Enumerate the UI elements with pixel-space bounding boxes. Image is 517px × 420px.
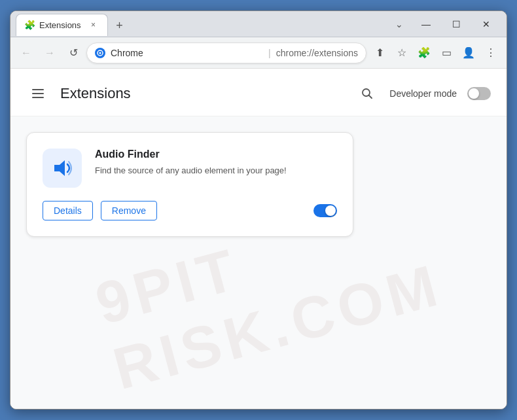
page-title: Extensions [60, 85, 131, 102]
back-button[interactable]: ← [16, 43, 37, 63]
page-content: 9PITRISK.COM Extensions Developer mode [10, 69, 507, 409]
extension-enabled-toggle[interactable] [313, 204, 337, 217]
site-favicon [95, 48, 105, 58]
svg-marker-4 [54, 160, 65, 176]
developer-mode-label: Developer mode [389, 88, 457, 99]
extensions-toolbar-button[interactable]: 🧩 [414, 43, 435, 63]
title-bar-right-controls: ⌄ [390, 15, 411, 33]
svg-point-1 [99, 52, 101, 54]
extension-description: Find the source of any audio element in … [95, 164, 337, 177]
extensions-header: Extensions Developer mode [10, 69, 507, 116]
close-button[interactable]: ✕ [471, 14, 501, 35]
reload-button[interactable]: ↺ [63, 43, 84, 63]
extension-toggle-knob [325, 205, 336, 216]
toolbar-actions: ⬆ ☆ 🧩 ▭ 👤 ⋮ [369, 43, 501, 63]
url-divider: | [268, 48, 271, 58]
active-tab: 🧩 Extensions × [16, 14, 108, 36]
profile-button[interactable]: 👤 [458, 43, 479, 63]
developer-mode-toggle[interactable] [467, 87, 491, 100]
extension-bottom-section: Details Remove [43, 201, 337, 220]
tab-title: Extensions [39, 20, 81, 30]
hamburger-menu-button[interactable] [26, 82, 50, 105]
extension-info: Audio Finder Find the source of any audi… [95, 149, 337, 177]
share-button[interactable]: ⬆ [369, 43, 390, 63]
tab-bar: 🧩 Extensions × + [16, 13, 390, 35]
minimize-button[interactable]: — [411, 14, 441, 35]
hamburger-line-1 [32, 89, 44, 90]
title-bar: 🧩 Extensions × + ⌄ — ☐ ✕ [10, 11, 507, 37]
extension-name: Audio Finder [95, 149, 337, 160]
hamburger-line-3 [32, 97, 44, 98]
details-button[interactable]: Details [43, 201, 93, 220]
chrome-menu-button[interactable]: ⋮ [480, 43, 501, 63]
hamburger-line-2 [32, 93, 44, 94]
remove-button[interactable]: Remove [101, 201, 157, 220]
url-bar[interactable]: Chrome | chrome://extensions [86, 43, 366, 63]
svg-line-3 [369, 96, 372, 99]
browser-window: 🧩 Extensions × + ⌄ — ☐ ✕ ← → ↺ Ch [10, 10, 507, 410]
chevron-down-button[interactable]: ⌄ [390, 15, 408, 33]
toggle-knob [469, 88, 479, 99]
search-button[interactable] [355, 82, 379, 105]
maximize-button[interactable]: ☐ [441, 14, 471, 35]
url-path: chrome://extensions [276, 48, 358, 58]
new-tab-button[interactable]: + [111, 17, 129, 35]
tab-close-button[interactable]: × [88, 19, 99, 31]
address-bar: ← → ↺ Chrome | chrome://extensions ⬆ ☆ 🧩… [10, 37, 507, 69]
extensions-list: Audio Finder Find the source of any audi… [10, 116, 507, 253]
url-site-name: Chrome [111, 48, 263, 58]
forward-button[interactable]: → [39, 43, 60, 63]
extension-card: Audio Finder Find the source of any audi… [26, 132, 353, 237]
tab-extension-icon: 🧩 [24, 20, 35, 30]
bookmark-button[interactable]: ☆ [391, 43, 412, 63]
window-controls: — ☐ ✕ [411, 14, 501, 35]
header-right: Developer mode [355, 82, 491, 105]
sidebar-button[interactable]: ▭ [436, 43, 457, 63]
extension-icon [43, 149, 82, 188]
extension-top-section: Audio Finder Find the source of any audi… [43, 149, 337, 188]
